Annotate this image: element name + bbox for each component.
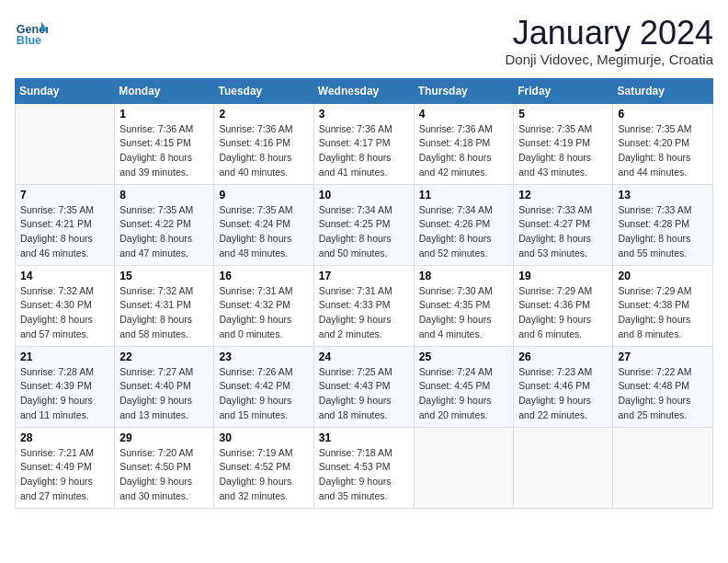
daylight-text: Daylight: 8 hours and 50 minutes. xyxy=(319,233,392,259)
sunset-text: Sunset: 4:25 PM xyxy=(319,218,391,229)
sunrise-text: Sunrise: 7:31 AM xyxy=(219,285,292,296)
daylight-text: Daylight: 9 hours and 30 minutes. xyxy=(119,476,192,501)
day-number: 6 xyxy=(618,108,708,121)
day-number: 4 xyxy=(419,108,509,121)
day-info: Sunrise: 7:36 AM Sunset: 4:18 PM Dayligh… xyxy=(419,122,509,180)
daylight-text: Daylight: 9 hours and 32 minutes. xyxy=(219,476,291,501)
calendar-cell: 25 Sunrise: 7:24 AM Sunset: 4:45 PM Dayl… xyxy=(414,346,514,427)
day-info: Sunrise: 7:24 AM Sunset: 4:45 PM Dayligh… xyxy=(419,365,509,423)
daylight-text: Daylight: 9 hours and 2 minutes. xyxy=(319,314,392,339)
day-number: 30 xyxy=(219,431,308,444)
day-info: Sunrise: 7:35 AM Sunset: 4:21 PM Dayligh… xyxy=(20,203,109,261)
sunrise-text: Sunrise: 7:31 AM xyxy=(319,285,392,296)
column-header-thursday: Thursday xyxy=(414,78,514,103)
sunrise-text: Sunrise: 7:36 AM xyxy=(119,123,193,134)
day-number: 2 xyxy=(219,108,308,121)
daylight-text: Daylight: 8 hours and 55 minutes. xyxy=(618,233,690,259)
daylight-text: Daylight: 8 hours and 42 minutes. xyxy=(419,152,492,178)
sunrise-text: Sunrise: 7:33 AM xyxy=(618,204,691,215)
daylight-text: Daylight: 8 hours and 43 minutes. xyxy=(518,152,591,178)
calendar-cell: 18 Sunrise: 7:30 AM Sunset: 4:35 PM Dayl… xyxy=(414,265,514,346)
sunset-text: Sunset: 4:28 PM xyxy=(618,218,689,229)
daylight-text: Daylight: 9 hours and 13 minutes. xyxy=(119,395,192,420)
sunset-text: Sunset: 4:42 PM xyxy=(219,380,290,391)
daylight-text: Daylight: 8 hours and 39 minutes. xyxy=(119,152,192,178)
day-number: 3 xyxy=(319,108,409,121)
calendar-cell: 27 Sunrise: 7:22 AM Sunset: 4:48 PM Dayl… xyxy=(613,346,713,427)
sunset-text: Sunset: 4:39 PM xyxy=(20,380,92,391)
sunrise-text: Sunrise: 7:29 AM xyxy=(518,285,592,296)
day-number: 24 xyxy=(319,350,409,363)
calendar-week-row: 14 Sunrise: 7:32 AM Sunset: 4:30 PM Dayl… xyxy=(16,265,713,346)
day-number: 19 xyxy=(518,270,608,282)
day-info: Sunrise: 7:35 AM Sunset: 4:24 PM Dayligh… xyxy=(219,203,308,261)
calendar-cell: 17 Sunrise: 7:31 AM Sunset: 4:33 PM Dayl… xyxy=(313,265,414,346)
sunrise-text: Sunrise: 7:32 AM xyxy=(119,285,193,296)
sunrise-text: Sunrise: 7:36 AM xyxy=(219,123,292,134)
calendar-cell: 26 Sunrise: 7:23 AM Sunset: 4:46 PM Dayl… xyxy=(514,346,613,427)
day-info: Sunrise: 7:33 AM Sunset: 4:27 PM Dayligh… xyxy=(518,203,608,261)
day-info: Sunrise: 7:34 AM Sunset: 4:26 PM Dayligh… xyxy=(419,203,509,261)
day-info: Sunrise: 7:20 AM Sunset: 4:50 PM Dayligh… xyxy=(119,446,209,504)
calendar-cell: 11 Sunrise: 7:34 AM Sunset: 4:26 PM Dayl… xyxy=(414,184,514,265)
day-number: 29 xyxy=(119,431,209,444)
calendar-cell: 29 Sunrise: 7:20 AM Sunset: 4:50 PM Dayl… xyxy=(115,427,214,508)
daylight-text: Daylight: 9 hours and 25 minutes. xyxy=(618,395,690,420)
daylight-text: Daylight: 9 hours and 0 minutes. xyxy=(219,314,291,339)
day-info: Sunrise: 7:29 AM Sunset: 4:36 PM Dayligh… xyxy=(518,284,608,342)
day-number: 21 xyxy=(20,350,109,363)
calendar-cell: 14 Sunrise: 7:32 AM Sunset: 4:30 PM Dayl… xyxy=(16,265,115,346)
day-info: Sunrise: 7:27 AM Sunset: 4:40 PM Dayligh… xyxy=(119,365,209,423)
calendar-cell: 21 Sunrise: 7:28 AM Sunset: 4:39 PM Dayl… xyxy=(16,346,115,427)
day-info: Sunrise: 7:36 AM Sunset: 4:15 PM Dayligh… xyxy=(119,122,209,180)
sunset-text: Sunset: 4:35 PM xyxy=(419,299,491,310)
sunrise-text: Sunrise: 7:32 AM xyxy=(20,285,94,296)
calendar-cell: 16 Sunrise: 7:31 AM Sunset: 4:32 PM Dayl… xyxy=(214,265,313,346)
daylight-text: Daylight: 8 hours and 47 minutes. xyxy=(119,233,192,259)
day-number: 12 xyxy=(518,189,608,201)
sunset-text: Sunset: 4:45 PM xyxy=(419,380,491,391)
daylight-text: Daylight: 8 hours and 48 minutes. xyxy=(219,233,291,259)
day-info: Sunrise: 7:33 AM Sunset: 4:28 PM Dayligh… xyxy=(618,203,708,261)
day-info: Sunrise: 7:31 AM Sunset: 4:33 PM Dayligh… xyxy=(319,284,409,342)
sunrise-text: Sunrise: 7:35 AM xyxy=(219,204,292,215)
sunrise-text: Sunrise: 7:21 AM xyxy=(20,447,94,458)
sunrise-text: Sunrise: 7:19 AM xyxy=(219,447,292,458)
day-info: Sunrise: 7:22 AM Sunset: 4:48 PM Dayligh… xyxy=(618,365,708,423)
daylight-text: Daylight: 9 hours and 15 minutes. xyxy=(219,395,291,420)
day-number: 9 xyxy=(219,189,308,201)
sunrise-text: Sunrise: 7:33 AM xyxy=(518,204,592,215)
sunrise-text: Sunrise: 7:29 AM xyxy=(618,285,691,296)
sunrise-text: Sunrise: 7:35 AM xyxy=(618,123,691,134)
calendar-cell: 8 Sunrise: 7:35 AM Sunset: 4:22 PM Dayli… xyxy=(115,184,214,265)
sunrise-text: Sunrise: 7:36 AM xyxy=(419,123,493,134)
logo: General Blue xyxy=(15,15,48,48)
calendar-cell: 4 Sunrise: 7:36 AM Sunset: 4:18 PM Dayli… xyxy=(414,103,514,184)
calendar-cell: 31 Sunrise: 7:18 AM Sunset: 4:53 PM Dayl… xyxy=(313,427,414,508)
sunrise-text: Sunrise: 7:35 AM xyxy=(518,123,592,134)
day-info: Sunrise: 7:19 AM Sunset: 4:52 PM Dayligh… xyxy=(219,446,308,504)
day-info: Sunrise: 7:23 AM Sunset: 4:46 PM Dayligh… xyxy=(518,365,608,423)
sunset-text: Sunset: 4:26 PM xyxy=(419,218,491,229)
page-subtitle: Donji Vidovec, Megimurje, Croatia xyxy=(506,52,714,67)
sunset-text: Sunset: 4:38 PM xyxy=(618,299,689,310)
daylight-text: Daylight: 9 hours and 20 minutes. xyxy=(419,395,492,420)
day-info: Sunrise: 7:36 AM Sunset: 4:17 PM Dayligh… xyxy=(319,122,409,180)
day-info: Sunrise: 7:36 AM Sunset: 4:16 PM Dayligh… xyxy=(219,122,308,180)
sunset-text: Sunset: 4:53 PM xyxy=(319,461,391,472)
daylight-text: Daylight: 8 hours and 41 minutes. xyxy=(319,152,392,178)
logo-icon: General Blue xyxy=(15,15,48,48)
sunrise-text: Sunrise: 7:22 AM xyxy=(618,366,691,377)
sunrise-text: Sunrise: 7:35 AM xyxy=(119,204,193,215)
day-number: 22 xyxy=(119,350,209,363)
calendar-cell: 19 Sunrise: 7:29 AM Sunset: 4:36 PM Dayl… xyxy=(514,265,613,346)
calendar-week-row: 28 Sunrise: 7:21 AM Sunset: 4:49 PM Dayl… xyxy=(16,427,713,508)
day-info: Sunrise: 7:29 AM Sunset: 4:38 PM Dayligh… xyxy=(618,284,708,342)
day-info: Sunrise: 7:34 AM Sunset: 4:25 PM Dayligh… xyxy=(319,203,409,261)
column-header-monday: Monday xyxy=(115,78,214,103)
day-number: 5 xyxy=(518,108,608,121)
day-number: 28 xyxy=(20,431,109,444)
day-number: 10 xyxy=(319,189,409,201)
calendar-cell xyxy=(613,427,713,508)
daylight-text: Daylight: 8 hours and 44 minutes. xyxy=(618,152,690,178)
